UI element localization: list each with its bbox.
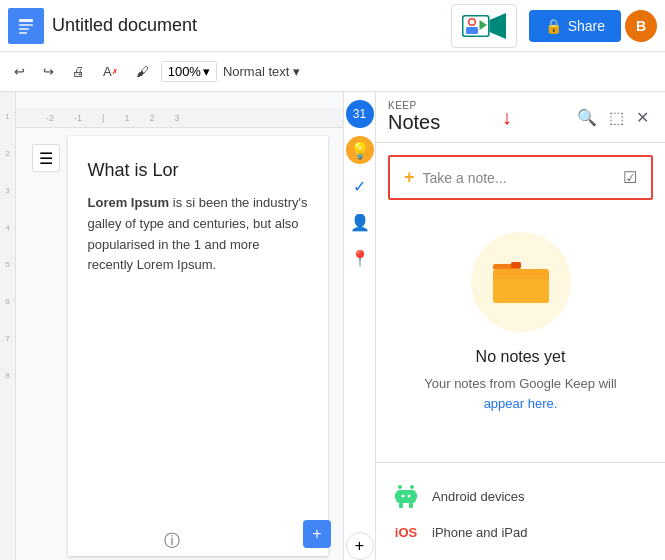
keep-open-button[interactable]: ⬚ [605,104,628,131]
redo-button[interactable]: ↪ [37,60,60,83]
sidebar-maps-icon[interactable]: 📍 [346,244,374,272]
horizontal-ruler: -2-1|123 [16,108,343,128]
style-selector[interactable]: Normal text ▾ [223,64,300,79]
side-panel: 31 💡 ✓ 👤 📍 + KEEP Notes ↓ 🔍 ⬚ [343,92,665,560]
no-notes-description: Your notes from Google Keep will appear … [424,374,616,413]
svg-point-22 [402,495,405,498]
take-note-plus-icon: + [404,167,415,188]
android-device-item: Android devices [392,475,649,517]
svg-point-15 [397,484,402,489]
take-note-placeholder: Take a note... [423,170,507,186]
page-content: What is Lor Lorem Ipsum is si been the i… [88,160,308,276]
svg-rect-20 [399,503,403,508]
paint-format-button[interactable]: 🖌 [130,60,155,83]
folder-circle [471,232,571,332]
vertical-ruler: 1 2 3 4 5 6 7 8 [0,92,16,560]
zoom-control[interactable]: 100% ▾ [161,61,217,82]
lock-icon: 🔒 [545,18,562,34]
sidebar-add-icon[interactable]: + [346,532,374,560]
take-note-input[interactable]: + Take a note... ☑ [388,155,653,200]
keep-close-button[interactable]: ✕ [632,104,653,131]
spell-check-button[interactable]: A✗ [97,60,124,83]
print-button[interactable]: 🖨 [66,60,91,83]
svg-rect-14 [511,262,521,268]
doc-heading: What is Lor [88,160,308,181]
keep-search-button[interactable]: 🔍 [573,104,601,131]
main-area: 1 2 3 4 5 6 7 8 -2-1|123 ☰ What is Lor [0,92,665,560]
svg-marker-6 [489,13,506,39]
empty-state: No notes yet Your notes from Google Keep… [376,212,665,462]
document-area: 1 2 3 4 5 6 7 8 -2-1|123 ☰ What is Lor [0,92,343,560]
svg-rect-19 [415,493,417,499]
ios-icon: iOS [392,525,420,540]
style-dropdown-icon: ▾ [293,64,300,79]
user-avatar[interactable]: B [625,10,657,42]
ios-label: iOS [395,525,417,540]
svg-rect-3 [19,28,29,30]
device-list: Android devices iOS iPhone and iPad [376,462,665,560]
svg-rect-18 [395,493,397,499]
android-icon [392,483,420,509]
share-button[interactable]: 🔒 Share [529,10,621,42]
svg-rect-2 [19,24,33,26]
folder-icon [491,252,551,312]
zoom-dropdown-icon: ▾ [203,64,210,79]
sidebar-contacts-icon[interactable]: 👤 [346,208,374,236]
keep-notes-title: Notes [388,111,440,134]
format-toolbar: ↩ ↪ 🖨 A✗ 🖌 100% ▾ Normal text ▾ [0,52,665,92]
svg-rect-17 [396,490,416,503]
svg-point-10 [469,19,474,24]
no-notes-desc-line1: Your notes from Google Keep will [424,376,616,391]
no-notes-desc-link[interactable]: appear here. [484,396,558,411]
ios-device-item: iOS iPhone and iPad [392,517,649,548]
doc-add-button[interactable]: + [303,520,331,548]
keep-header: KEEP Notes ↓ 🔍 ⬚ ✕ [376,92,665,143]
sidebar-icons: 31 💡 ✓ 👤 📍 + [343,92,375,560]
main-toolbar: Untitled document 🔒 Share B [0,0,665,52]
no-notes-title: No notes yet [476,348,566,366]
zoom-value: 100% [168,64,201,79]
doc-left-icon: ☰ [32,144,60,172]
ios-device-label: iPhone and iPad [432,525,527,540]
undo-button[interactable]: ↩ [8,60,31,83]
svg-rect-9 [466,27,478,34]
style-label: Normal text [223,64,289,79]
sidebar-keep-icon[interactable]: 💡 [346,136,374,164]
meet-button[interactable] [451,4,517,48]
document-page[interactable]: What is Lor Lorem Ipsum is si been the i… [68,136,328,556]
doc-title: Untitled document [52,15,197,36]
share-label: Share [568,18,605,34]
arrow-down-indicator: ↓ [502,106,512,129]
doc-paragraph: Lorem Ipsum is si been the industry's ga… [88,193,308,276]
info-icon: ⓘ [164,532,180,549]
keep-notes-panel: KEEP Notes ↓ 🔍 ⬚ ✕ + Take a note... ☑ [375,92,665,560]
sidebar-tasks-icon[interactable]: ✓ [346,172,374,200]
docs-logo [8,8,44,44]
keep-title-area: KEEP Notes [388,100,440,134]
sidebar-calendar-icon[interactable]: 31 [346,100,374,128]
svg-rect-1 [19,19,33,22]
keep-header-actions: 🔍 ⬚ ✕ [573,104,653,131]
keep-keep-label: KEEP [388,100,440,111]
svg-rect-4 [19,32,27,34]
svg-rect-21 [409,503,413,508]
svg-rect-13 [493,279,549,303]
take-note-checkbox-icon: ☑ [623,168,637,187]
svg-point-23 [408,495,411,498]
meet-full-icon [462,11,506,41]
android-device-label: Android devices [432,489,525,504]
svg-point-16 [409,484,414,489]
